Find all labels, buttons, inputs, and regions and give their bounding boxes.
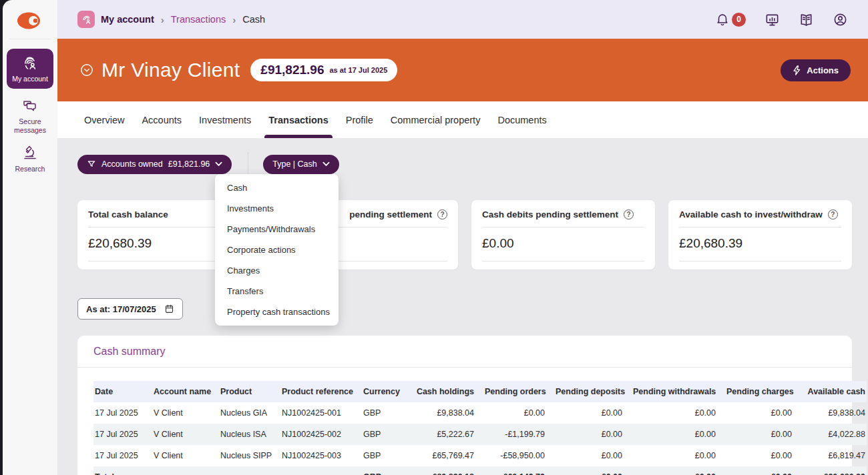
col-currency: Currency <box>358 381 406 402</box>
table-total-row: Total GBP £80,830.18 -£60,149.79 £0.00 £… <box>93 466 867 475</box>
col-date: Date <box>93 381 148 402</box>
cell-pending-charges: £0.00 <box>721 424 797 445</box>
breadcrumb-my-account[interactable]: My account <box>101 14 154 25</box>
chat-bubbles-icon <box>21 98 39 114</box>
cell-pending-deposits: £0.00 <box>550 424 628 445</box>
cell-empty <box>148 466 215 475</box>
sidebar: My account Secure messages <box>3 0 57 475</box>
menu-item-payments-withdrawals[interactable]: Payments/Withdrawals <box>215 219 339 240</box>
table-header-row: Date Account name Product Product refere… <box>93 381 867 402</box>
cell-pending-deposits: £0.00 <box>550 466 628 475</box>
tab-profile[interactable]: Profile <box>346 101 373 138</box>
card-value: £20,680.39 <box>679 227 841 261</box>
cell-currency: GBP <box>358 402 406 424</box>
presentation-screen-icon[interactable] <box>765 12 780 27</box>
breadcrumb-separator: › <box>160 14 165 25</box>
menu-item-charges[interactable]: Charges <box>215 260 339 281</box>
tab-transactions[interactable]: Transactions <box>268 101 328 138</box>
cell-pending-orders: £0.00 <box>479 402 550 424</box>
actions-button[interactable]: Actions <box>781 59 851 81</box>
nucleus-logo[interactable] <box>16 0 44 39</box>
tab-documents[interactable]: Documents <box>497 101 546 138</box>
col-pending-deposits: Pending deposits <box>550 381 628 402</box>
accounts-owned-value: £91,821.96 <box>168 159 210 169</box>
notifications-button[interactable]: 0 <box>715 12 746 27</box>
profile-circle-icon[interactable] <box>833 12 848 27</box>
accounts-owned-filter-button[interactable]: Accounts owned £91,821.96 <box>77 155 232 174</box>
tab-investments[interactable]: Investments <box>199 101 251 138</box>
sidebar-item-secure-messages[interactable]: Secure messages <box>7 98 53 135</box>
cell-pending-deposits: £0.00 <box>550 402 628 424</box>
as-at-date-field[interactable]: As at: 17/07/2025 <box>77 298 183 320</box>
cell-pending-withdrawals: £0.00 <box>628 424 721 445</box>
col-pending-orders: Pending orders <box>479 381 550 402</box>
sidebar-item-label: My account <box>12 75 48 83</box>
cell-available-cash: £4,022.88 <box>797 424 867 445</box>
cell-pending-orders: -£1,199.79 <box>479 424 550 445</box>
help-icon[interactable]: ? <box>437 209 447 219</box>
cell-date: 17 Jul 2025 <box>93 445 148 466</box>
help-icon[interactable]: ? <box>624 209 634 219</box>
col-product-reference: Product reference <box>276 381 358 402</box>
cell-product-reference: NJ1002425-003 <box>276 445 358 466</box>
total-balance-amount: £91,821.96 <box>260 63 324 77</box>
filter-separator <box>248 152 248 176</box>
cell-account-name: V Client <box>148 402 215 424</box>
client-header: Mr Vinay Client £91,821.96 as at 17 Jul … <box>57 39 868 101</box>
breadcrumb-transactions[interactable]: Transactions <box>171 14 226 25</box>
client-name: Mr Vinay Client <box>101 59 240 81</box>
cell-product: Nucleus GIA <box>215 402 276 424</box>
cell-currency: GBP <box>358 424 406 445</box>
tab-accounts[interactable]: Accounts <box>142 101 182 138</box>
menu-item-corporate-actions[interactable]: Corporate actions <box>215 240 339 260</box>
open-book-icon[interactable] <box>799 12 814 27</box>
calendar-icon <box>164 304 174 314</box>
cell-pending-orders: -£58,950.00 <box>479 445 550 466</box>
col-account-name: Account name <box>148 381 215 402</box>
cash-summary-title: Cash summary <box>93 346 166 357</box>
card-title-text: Available cash to invest/withdraw <box>679 209 823 219</box>
cell-cash-holdings: £80,830.18 <box>406 466 479 475</box>
bell-icon <box>715 12 730 27</box>
cell-product: Nucleus SIPP <box>215 445 276 466</box>
type-dropdown-menu: Cash Investments Payments/Withdrawals Co… <box>215 174 339 326</box>
chevron-down-icon <box>215 161 222 167</box>
cell-pending-deposits: £0.00 <box>550 445 628 466</box>
tab-commercial-property[interactable]: Commercial property <box>391 101 481 138</box>
menu-item-transfers[interactable]: Transfers <box>215 281 339 302</box>
cell-pending-charges: £0.00 <box>721 445 797 466</box>
card-cash-debits-pending-settlement: Cash debits pending settlement ? £0.00 <box>471 200 655 270</box>
cash-summary-table: Date Account name Product Product refere… <box>93 381 867 475</box>
cash-summary-table-wrap: Date Account name Product Product refere… <box>77 368 852 475</box>
cell-pending-charges: £0.00 <box>721 466 797 475</box>
menu-item-property-cash-transactions[interactable]: Property cash transactions <box>215 302 339 322</box>
help-icon[interactable]: ? <box>828 209 838 219</box>
sidebar-item-my-account[interactable]: My account <box>7 49 53 89</box>
cell-pending-charges: £0.00 <box>721 402 797 424</box>
type-filter-button[interactable]: Type | Cash <box>263 155 339 174</box>
tab-overview[interactable]: Overview <box>84 101 124 138</box>
type-filter-label: Type | Cash <box>272 159 316 169</box>
col-pending-charges: Pending charges <box>721 381 797 402</box>
lightning-bolt-icon <box>793 65 801 75</box>
menu-item-cash[interactable]: Cash <box>215 177 339 198</box>
menu-item-investments[interactable]: Investments <box>215 198 339 219</box>
cell-empty <box>215 466 276 475</box>
balance-as-at-date: as at 17 Jul 2025 <box>329 66 387 74</box>
cash-summary-card: Cash summary Date Account name Product <box>77 336 852 475</box>
cell-date: 17 Jul 2025 <box>93 424 148 445</box>
cell-cash-holdings: £5,222.67 <box>406 424 479 445</box>
cell-cash-holdings: £65,769.47 <box>406 445 479 466</box>
cash-summary-header: Cash summary <box>77 336 852 368</box>
cell-product-reference: NJ1002425-002 <box>276 424 358 445</box>
account-chip-icon <box>77 11 95 28</box>
sidebar-divider <box>9 39 51 39</box>
cell-pending-withdrawals: £0.00 <box>628 466 721 475</box>
sidebar-item-research[interactable]: Research <box>7 144 53 173</box>
cell-pending-orders: -£60,149.79 <box>479 466 550 475</box>
cell-available-cash: £6,819.47 <box>797 445 867 466</box>
collapse-chevron-icon[interactable] <box>80 63 93 77</box>
cell-empty <box>276 466 358 475</box>
filter-row: Accounts owned £91,821.96 Type | Cash <box>77 152 852 176</box>
total-balance-pill: £91,821.96 as at 17 Jul 2025 <box>250 59 397 81</box>
